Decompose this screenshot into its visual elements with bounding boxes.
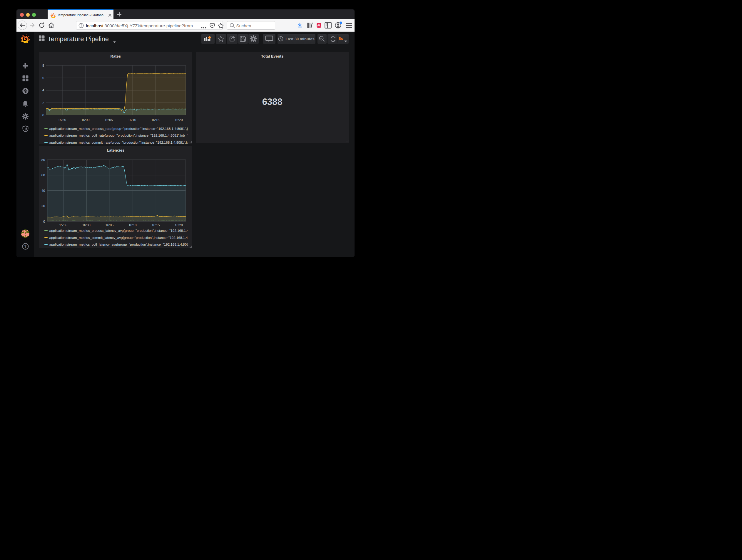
- svg-text:?: ?: [24, 244, 26, 248]
